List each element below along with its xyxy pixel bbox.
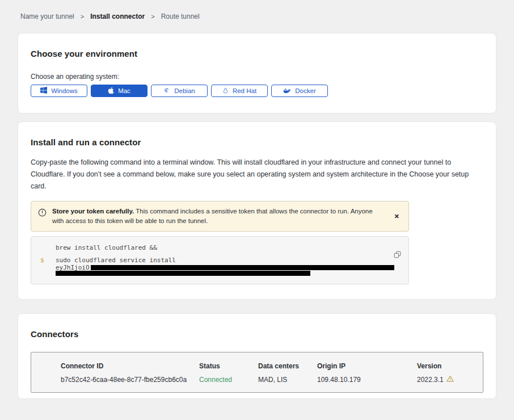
environment-card-title: Choose your environment — [31, 49, 483, 58]
os-button-label: Red Hat — [233, 87, 256, 94]
windows-logo-icon — [40, 87, 47, 95]
debian-logo-icon — [163, 87, 170, 95]
version-value: 2022.3.1 — [417, 376, 444, 384]
close-icon[interactable]: ✕ — [391, 212, 403, 221]
os-button-debian[interactable]: Debian — [151, 85, 208, 97]
breadcrumb-step-route-tunnel[interactable]: Route tunnel — [161, 12, 200, 20]
os-button-docker[interactable]: Docker — [271, 85, 328, 97]
breadcrumb-separator-icon: > — [151, 13, 154, 20]
connectors-table-header: Connector ID Status Data centers Origin … — [61, 362, 477, 370]
install-card-title: Install and run a connector — [31, 137, 483, 147]
code-gutter — [40, 244, 48, 252]
install-connector-card: Install and run a connector Copy-paste t… — [18, 121, 496, 300]
install-card-description: Copy-paste the following command into a … — [31, 157, 483, 192]
shell-prompt: $ — [40, 257, 48, 276]
alert-message: Store your token carefully. This command… — [52, 207, 385, 226]
warning-triangle-icon — [446, 375, 454, 384]
column-header-connector-id: Connector ID — [61, 362, 199, 370]
breadcrumb-step-install-connector[interactable]: Install connector — [90, 12, 145, 20]
connectors-card-title: Connectors — [31, 329, 483, 339]
column-header-data-centers: Data centers — [258, 362, 317, 370]
breadcrumb-separator-icon: > — [81, 13, 84, 20]
connectors-table: Connector ID Status Data centers Origin … — [31, 352, 483, 393]
tunnel-setup-page: Name your tunnel > Install connector > R… — [0, 0, 514, 420]
status-cell: Connected — [199, 376, 258, 384]
column-header-version: Version — [417, 362, 477, 370]
code-line-token: eyJhIjoiO — [56, 264, 399, 271]
os-select-label: Choose an operating system: — [31, 73, 483, 81]
docker-logo-icon — [283, 87, 291, 95]
os-button-windows[interactable]: Windows — [31, 85, 87, 97]
connector-id-cell: b7c52c42-6caa-48ee-8c77-fbe259cb6c0a — [61, 376, 199, 384]
connector-row: b7c52c42-6caa-48ee-8c77-fbe259cb6c0a Con… — [61, 375, 477, 384]
version-cell: 2022.3.1 — [417, 375, 477, 384]
code-command: sudo cloudflared service install eyJhIjo… — [56, 257, 399, 276]
os-button-label: Docker — [295, 87, 315, 94]
column-header-status: Status — [199, 362, 258, 370]
os-button-group: Windows Mac Debian Red Hat — [31, 85, 483, 97]
data-centers-cell: MAD, LIS — [258, 376, 317, 384]
os-button-mac[interactable]: Mac — [91, 85, 148, 97]
column-header-origin-ip: Origin IP — [317, 362, 417, 370]
origin-ip-cell: 109.48.10.179 — [317, 376, 417, 384]
alert-title: Store your token carefully. — [52, 208, 134, 215]
os-button-redhat[interactable]: Red Hat — [211, 85, 268, 97]
token-visible-text: eyJhIjoiO — [56, 264, 90, 271]
redacted-token-bar — [91, 265, 394, 270]
copy-icon[interactable] — [394, 251, 401, 260]
connectors-card: Connectors Connector ID Status Data cent… — [18, 313, 496, 399]
install-command-codeblock: brew install cloudflared && $ sudo cloud… — [31, 236, 409, 284]
code-line-brew: brew install cloudflared && — [56, 244, 399, 252]
redacted-token-bar — [56, 271, 310, 276]
breadcrumb: Name your tunnel > Install connector > R… — [18, 12, 496, 20]
os-button-label: Windows — [51, 87, 78, 94]
token-warning-alert: Store your token carefully. This command… — [31, 201, 409, 232]
breadcrumb-step-name-your-tunnel[interactable]: Name your tunnel — [20, 12, 74, 20]
os-button-label: Debian — [174, 87, 195, 94]
redhat-logo-icon — [222, 87, 229, 95]
apple-logo-icon — [108, 87, 114, 95]
choose-environment-card: Choose your environment Choose an operat… — [18, 33, 496, 114]
info-icon — [38, 208, 47, 220]
os-button-label: Mac — [118, 87, 130, 94]
code-line-sudo: sudo cloudflared service install — [56, 257, 399, 264]
